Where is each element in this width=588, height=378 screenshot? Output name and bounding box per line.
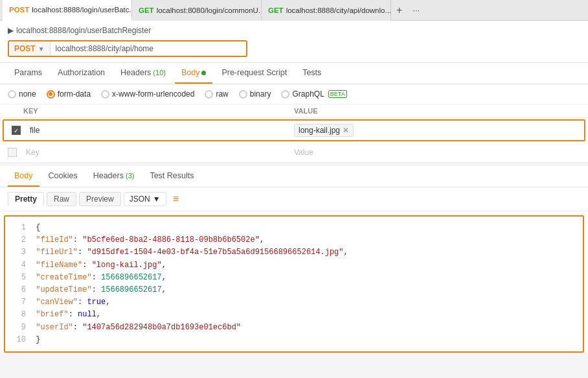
- tab-authorization[interactable]: Authorization: [51, 63, 111, 84]
- resp-format-select[interactable]: JSON ▼: [124, 192, 166, 206]
- form-row-0: file long-kail.jpg ✕: [3, 119, 585, 141]
- radio-raw[interactable]: raw: [205, 89, 228, 99]
- json-output: 1 { 2 "fileId": "b5cfe6ed-8ba2-4886-8118…: [4, 215, 584, 353]
- json-line-5: 5 "createTime": 1566896652617,: [13, 272, 575, 284]
- resp-btn-preview[interactable]: Preview: [79, 192, 121, 206]
- form-row-0-value-tag[interactable]: long-kail.jpg ✕: [294, 124, 354, 137]
- form-row-1-value[interactable]: Value: [294, 148, 580, 157]
- json-line-2: 2 "fileId": "b5cfe6ed-8ba2-4886-8118-09b…: [13, 234, 575, 246]
- radio-form-data[interactable]: form-data: [47, 89, 91, 99]
- response-tabs: Body Cookies Headers (3) Test Results: [0, 166, 588, 187]
- json-line-10: 10 }: [13, 334, 575, 346]
- method-label: POST: [14, 44, 36, 53]
- line-num-1: 1: [13, 222, 26, 234]
- form-row-0-checkbox-area: [12, 126, 27, 135]
- form-row-0-key[interactable]: file: [27, 123, 294, 137]
- form-table-header: KEY VALUE: [0, 104, 588, 118]
- col-key-header: KEY: [8, 107, 294, 115]
- tab-headers-badge: (10): [151, 69, 166, 77]
- json-line-4: 4 "fileName": "long-kail.jpg",: [13, 259, 575, 272]
- graphql-beta-badge: BETA: [328, 90, 347, 98]
- radio-none-label: none: [19, 89, 36, 99]
- radio-binary-circle: [239, 90, 247, 99]
- response-tab-body[interactable]: Body: [8, 166, 40, 187]
- tab-method-3: GET: [268, 6, 284, 14]
- form-row-0-value: long-kail.jpg ✕: [294, 124, 576, 137]
- tab-tests-label: Tests: [302, 68, 321, 77]
- response-tab-test-results[interactable]: Test Results: [143, 166, 200, 187]
- tab-more-button[interactable]: ···: [407, 5, 425, 15]
- radio-form-data-label: form-data: [58, 89, 91, 99]
- radio-none[interactable]: none: [8, 89, 36, 99]
- response-section: Body Cookies Headers (3) Test Results Pr…: [0, 166, 588, 353]
- radio-urlencoded-circle: [101, 90, 109, 99]
- tab-headers-label: Headers: [120, 68, 151, 77]
- line-num-3: 3: [13, 246, 26, 259]
- line-num-4: 4: [13, 259, 26, 272]
- body-type-row: none form-data x-www-form-urlencoded raw…: [0, 84, 588, 104]
- line-num-7: 7: [13, 296, 26, 309]
- resp-btn-raw[interactable]: Raw: [47, 192, 76, 206]
- radio-raw-circle: [205, 90, 213, 99]
- tab-params[interactable]: Params: [8, 63, 49, 84]
- tab-post-1[interactable]: POST localhost:8888/login/userBatc... ●: [3, 0, 132, 21]
- json-line-3: 3 "fileUrl": "d915dfe1-1504-4e03-bf4a-51…: [13, 246, 575, 259]
- url-input[interactable]: [51, 41, 246, 56]
- line-num-10: 10: [13, 334, 26, 346]
- tab-method-2: GET: [139, 6, 154, 14]
- form-row-1-key[interactable]: Key: [23, 145, 294, 159]
- json-line-7: 7 "canView": true,: [13, 296, 575, 309]
- form-row-1-value-placeholder: Value: [294, 148, 313, 157]
- tab-add-button[interactable]: +: [391, 5, 407, 16]
- resp-wrap-icon[interactable]: ≡: [169, 191, 183, 207]
- radio-raw-label: raw: [216, 89, 228, 99]
- form-row-1-key-placeholder: Key: [26, 148, 40, 157]
- tab-tests[interactable]: Tests: [296, 63, 328, 84]
- response-tab-headers[interactable]: Headers (3): [87, 166, 141, 187]
- response-tab-cookies[interactable]: Cookies: [42, 166, 84, 187]
- col-value-header: VALUE: [294, 107, 580, 115]
- breadcrumb-arrow: ▶: [8, 26, 14, 35]
- tab-get-2[interactable]: GET localhost:8888/city/api/downlo... ●: [262, 0, 391, 21]
- response-tab-body-label: Body: [14, 171, 33, 180]
- form-row-1-checkbox-area: [8, 148, 23, 157]
- radio-graphql[interactable]: GraphQL BETA: [281, 89, 346, 99]
- response-tab-test-results-label: Test Results: [150, 171, 194, 180]
- radio-none-circle: [8, 90, 16, 99]
- json-line-9: 9 "userId": "1407a56d282948b0a7db1693e01…: [13, 322, 575, 334]
- form-row-1: Key Value: [0, 143, 588, 163]
- breadcrumb-text: localhost:8888/login/userBatchRegister: [16, 26, 151, 35]
- tab-method-1: POST: [9, 6, 29, 14]
- line-num-8: 8: [13, 309, 26, 321]
- tab-pre-request[interactable]: Pre-request Script: [215, 63, 293, 84]
- form-table: KEY VALUE file long-kail.jpg ✕ Key Value: [0, 104, 588, 163]
- radio-form-data-circle: [47, 90, 55, 99]
- radio-urlencoded[interactable]: x-www-form-urlencoded: [101, 89, 194, 99]
- radio-graphql-label: GraphQL: [292, 89, 324, 99]
- resp-format-arrow: ▼: [153, 195, 161, 204]
- tab-headers[interactable]: Headers (10): [114, 63, 172, 84]
- response-tab-cookies-label: Cookies: [49, 171, 78, 180]
- form-row-0-checkbox[interactable]: [12, 126, 21, 135]
- form-row-1-checkbox[interactable]: [8, 148, 17, 157]
- breadcrumb: ▶ localhost:8888/login/userBatchRegister: [8, 26, 580, 35]
- response-toolbar: Pretty Raw Preview JSON ▼ ≡: [0, 187, 588, 211]
- json-line-6: 6 "updateTime": 1566896652617,: [13, 284, 575, 296]
- url-section: ▶ localhost:8888/login/userBatchRegister…: [0, 21, 588, 63]
- tab-url-2: localhost:8080/login/commonU...: [157, 6, 262, 14]
- method-dropdown-arrow: ▼: [38, 45, 45, 53]
- request-tabs: Params Authorization Headers (10) Body P…: [0, 63, 588, 84]
- form-row-0-remove-button[interactable]: ✕: [343, 126, 349, 135]
- tab-get-1[interactable]: GET localhost:8080/login/commonU... ●: [132, 0, 262, 21]
- tab-body[interactable]: Body: [175, 63, 213, 84]
- tab-body-label: Body: [181, 68, 200, 77]
- resp-btn-pretty[interactable]: Pretty: [8, 192, 44, 206]
- method-select[interactable]: POST ▼: [9, 41, 51, 56]
- body-dot: [201, 71, 206, 75]
- tab-bar: POST localhost:8888/login/userBatc... ● …: [0, 0, 588, 21]
- tab-params-label: Params: [14, 68, 42, 77]
- radio-binary[interactable]: binary: [239, 89, 271, 99]
- line-num-6: 6: [13, 284, 26, 296]
- form-row-0-value-text: long-kail.jpg: [299, 126, 340, 135]
- tab-pre-request-label: Pre-request Script: [221, 68, 287, 77]
